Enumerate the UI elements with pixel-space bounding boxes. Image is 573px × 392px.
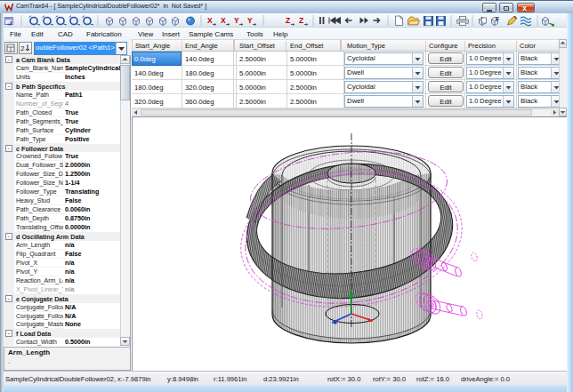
svg-text:Z: Z	[299, 16, 303, 25]
svg-text:X: X	[221, 16, 226, 25]
svg-text:Y: Y	[247, 16, 253, 25]
svg-text:Y: Y	[234, 16, 239, 25]
svg-text:X: X	[207, 16, 213, 25]
svg-text:2: 2	[20, 44, 25, 52]
svg-text:F: F	[496, 16, 499, 22]
svg-text:Z: Z	[286, 16, 290, 25]
